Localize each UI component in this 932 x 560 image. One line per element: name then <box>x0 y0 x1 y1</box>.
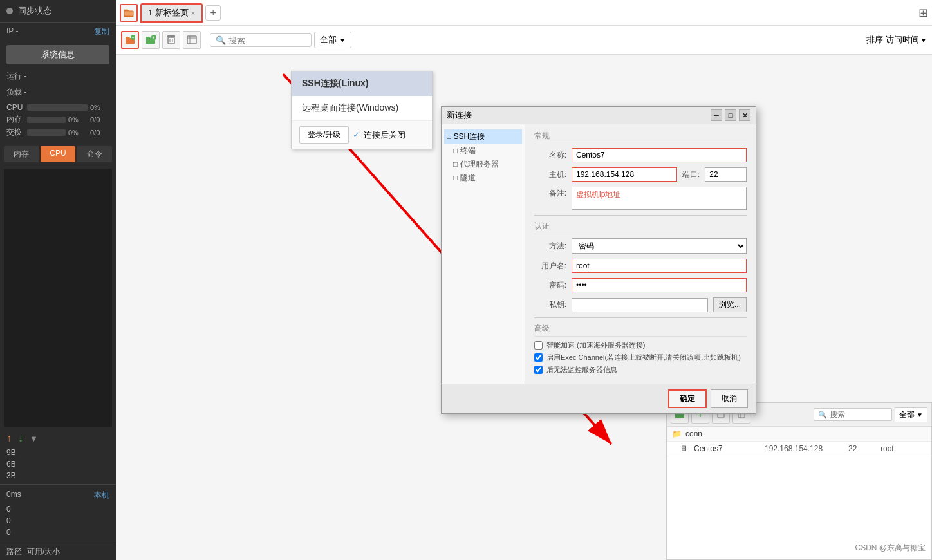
access-time-btn[interactable]: 访问时间 ▼ <box>886 34 927 46</box>
ip-label: IP - <box>6 26 18 37</box>
swap-val: 0% <box>68 129 88 136</box>
exec-channel-checkbox[interactable] <box>534 353 543 362</box>
tab-cmd[interactable]: 命令 <box>77 146 112 162</box>
password-row: 密码: <box>534 278 747 292</box>
conn-ip: 192.168.154.128 <box>765 444 842 453</box>
metrics-area: CPU 0% 内存 0% 0/0 交换 0% 0/0 <box>0 100 116 142</box>
tree-proxy[interactable]: □ 代理服务器 <box>444 158 522 171</box>
dialog-title: 新连接 <box>447 109 472 121</box>
ok-btn[interactable]: 确定 <box>668 389 707 408</box>
browse-btn[interactable]: 浏览... <box>713 297 747 312</box>
sidebar-divider2 <box>0 541 116 541</box>
user-label: 用户名: <box>534 261 566 272</box>
check-icon: ✓ <box>353 130 360 140</box>
password-input[interactable] <box>572 278 747 292</box>
swap-metric-row: 交换 0% 0/0 <box>6 127 109 138</box>
dialog-footer: 确定 取消 <box>442 384 756 413</box>
dialog-titlebar: 新连接 ─ □ ✕ <box>442 107 756 124</box>
watermark: CSDN @东离与糖宝 <box>855 543 926 554</box>
no-monitor-checkbox[interactable] <box>534 366 543 374</box>
login-upgrade-btn[interactable]: 登录/升级 <box>299 126 349 144</box>
new-conn-btn[interactable]: + <box>121 31 139 49</box>
running-label: 运行 - <box>6 71 26 80</box>
sidebar-tabs: 内存 CPU 命令 <box>4 146 112 162</box>
exec-channel-label: 启用Exec Channel(若连接上就被断开,请关闭该项,比如跳板机) <box>546 353 741 362</box>
note-label: 备注: <box>534 187 566 199</box>
filter-dropdown[interactable]: 全部 ▼ <box>314 32 351 48</box>
folder-expand-icon: 📁 <box>672 429 682 438</box>
tree-tunnel[interactable]: □ 隧道 <box>444 171 522 185</box>
sidebar-divider <box>0 484 116 485</box>
port-label: 端口: <box>682 169 700 180</box>
new-tab[interactable]: 1 新标签页 × <box>140 3 203 23</box>
tab-mem[interactable]: 内存 <box>4 146 39 162</box>
smart-accel-label: 智能加速 (加速海外服务器连接) <box>546 341 645 350</box>
duplicate-btn[interactable]: + <box>142 31 160 49</box>
dialog-minimize-btn[interactable]: ─ <box>711 109 722 121</box>
name-label: 名称: <box>534 150 566 161</box>
tree-terminal[interactable]: □ 终端 <box>444 144 522 158</box>
mem-label: 内存 <box>6 114 24 125</box>
divider2 <box>534 317 747 318</box>
section-auth: 认证 <box>534 221 747 234</box>
host-input[interactable] <box>572 167 677 182</box>
conn-folder-row[interactable]: 📁 conn <box>667 427 931 442</box>
ssh-conn-item[interactable]: SSH连接(Linux) <box>292 71 432 96</box>
load-row: 负载 - <box>0 84 116 100</box>
sort-btn[interactable]: 排序 <box>866 34 883 46</box>
add-tab-btn[interactable]: + <box>205 5 221 21</box>
new-conn-icon: + <box>125 35 135 45</box>
conn-list-filter-btn[interactable]: 全部 ▼ <box>895 407 927 422</box>
swap-label: 交换 <box>6 127 24 138</box>
conn-icon: 🖥 <box>680 444 687 453</box>
new-conn-dialog: 新连接 ─ □ ✕ □ SSH连接 □ 终端 □ 代理服务器 □ 隧道 常规 名… <box>441 106 756 414</box>
svg-rect-6 <box>168 37 174 44</box>
traffic-9b: 9B <box>0 447 116 458</box>
counter1: 0 <box>0 503 116 515</box>
dialog-form: 常规 名称: 主机: 端口: 备注: 虚拟机ip地址 <box>525 124 756 384</box>
privkey-input[interactable] <box>572 298 708 312</box>
delete-btn[interactable] <box>162 31 180 49</box>
user-row: 用户名: <box>534 259 747 273</box>
latency-row: 0ms 本机 <box>0 487 116 503</box>
port-input[interactable] <box>705 167 747 182</box>
password-label: 密码: <box>534 280 566 291</box>
sysinfo-button[interactable]: 系统信息 <box>6 45 109 64</box>
conn-list-item[interactable]: 🖥 Centos7 192.168.154.128 22 root <box>667 442 931 456</box>
sidebar-chart <box>4 169 112 427</box>
folder-icon-btn[interactable] <box>120 4 138 22</box>
grid-icon[interactable]: ⊞ <box>918 6 928 20</box>
dialog-close-btn[interactable]: ✕ <box>739 109 750 121</box>
more-arrow-icon[interactable]: ▼ <box>30 434 38 443</box>
method-select[interactable]: 密码 <box>572 238 747 254</box>
note-input[interactable]: 虚拟机ip地址 <box>572 187 747 210</box>
cpu-val: 0% <box>90 104 109 111</box>
search-input[interactable] <box>228 35 306 45</box>
conn-name: Centos7 <box>694 444 758 453</box>
settings-btn[interactable] <box>183 31 201 49</box>
host-label: 主机: <box>534 169 566 180</box>
exec-channel-row: 启用Exec Channel(若连接上就被断开,请关闭该项,比如跳板机) <box>534 353 747 362</box>
folder-name: conn <box>685 429 702 438</box>
username-input[interactable] <box>572 259 747 273</box>
tab-cpu[interactable]: CPU <box>41 146 76 162</box>
conn-list-search-input[interactable] <box>830 410 888 419</box>
no-monitor-label: 后无法监控服务器信息 <box>546 365 617 375</box>
sidebar-sync-row: 同步状态 <box>0 0 116 23</box>
dialog-maximize-btn[interactable]: □ <box>725 109 736 121</box>
tab-close-btn[interactable]: × <box>191 9 195 17</box>
path-header: 路径 可用/大小 <box>0 544 116 560</box>
conn-list-filter-label: 全部 <box>899 410 915 419</box>
mem-metric-row: 内存 0% 0/0 <box>6 114 109 125</box>
rdp-conn-item[interactable]: 远程桌面连接(Windows) <box>292 96 432 120</box>
counter3: 0 <box>0 527 116 538</box>
copy-label[interactable]: 复制 <box>94 26 109 37</box>
traffic-arrows: ↑ ↓ ▼ <box>0 430 116 447</box>
traffic-6b: 6B <box>0 458 116 470</box>
smart-accel-checkbox[interactable] <box>534 341 543 350</box>
sync-label: 同步状态 <box>18 5 51 17</box>
tree-ssh-root[interactable]: □ SSH连接 <box>444 129 522 144</box>
name-input[interactable] <box>572 148 747 162</box>
cancel-btn[interactable]: 取消 <box>711 389 748 408</box>
size-label: 可用/大小 <box>27 546 60 557</box>
